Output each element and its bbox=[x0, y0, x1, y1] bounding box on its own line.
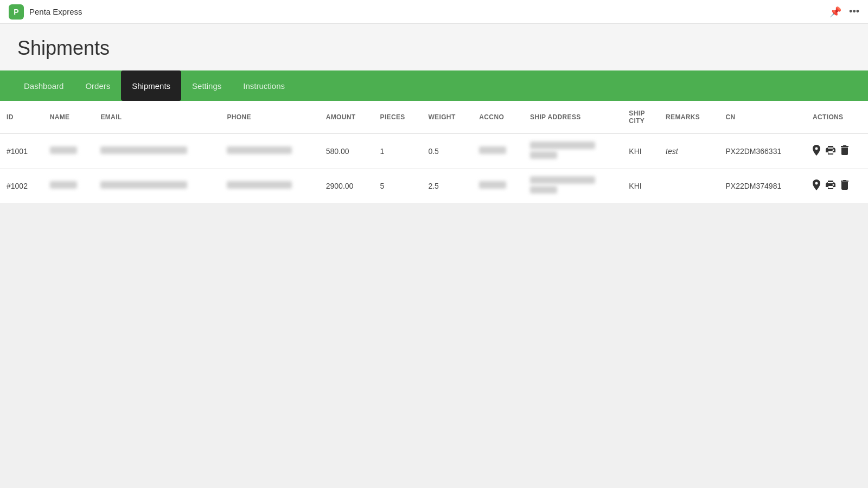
page-header: Shipments bbox=[0, 24, 868, 70]
row-2-actions bbox=[806, 169, 868, 203]
blurred-address bbox=[530, 176, 595, 184]
more-options-icon[interactable]: ••• bbox=[849, 6, 859, 17]
row-2-accno bbox=[473, 169, 524, 203]
row-1-phone bbox=[220, 134, 319, 169]
blurred-phone bbox=[227, 146, 292, 154]
row-2-id: #1002 bbox=[0, 169, 43, 203]
nav-bar: Dashboard Orders Shipments Settings Inst… bbox=[0, 70, 868, 101]
col-header-cn: CN bbox=[719, 101, 806, 134]
blurred-address bbox=[530, 142, 595, 149]
blurred-address-2 bbox=[530, 186, 557, 194]
col-header-phone: PHONE bbox=[220, 101, 319, 134]
row-2-ship-address bbox=[524, 169, 622, 203]
row-2-name bbox=[43, 169, 94, 203]
blurred-address-2 bbox=[530, 151, 557, 159]
blurred-email bbox=[100, 181, 187, 189]
row-1-ship-address bbox=[524, 134, 622, 169]
row-2-ship-city: KHI bbox=[622, 169, 659, 203]
col-header-pieces: PIECES bbox=[374, 101, 422, 134]
blurred-accno bbox=[479, 146, 506, 154]
blurred-name bbox=[50, 181, 77, 189]
print-icon[interactable] bbox=[826, 181, 835, 191]
row-1-email bbox=[94, 134, 220, 169]
row-1-actions-cell bbox=[813, 145, 861, 158]
row-1-pieces: 1 bbox=[374, 134, 422, 169]
col-header-id: ID bbox=[0, 101, 43, 134]
row-1-remarks: test bbox=[659, 134, 719, 169]
row-2-weight: 2.5 bbox=[422, 169, 473, 203]
nav-item-settings[interactable]: Settings bbox=[181, 70, 232, 101]
page-title: Shipments bbox=[17, 37, 851, 60]
row-2-amount: 2900.00 bbox=[320, 169, 374, 203]
location-icon[interactable] bbox=[813, 179, 820, 192]
col-header-weight: WEIGHT bbox=[422, 101, 473, 134]
top-bar-actions: 📌 ••• bbox=[829, 6, 859, 18]
shipments-table: ID NAME EMAIL PHONE AMOUNT PIECES WEIGHT… bbox=[0, 101, 868, 203]
table-row: #1002 2900.00 5 2.5 bbox=[0, 169, 868, 203]
nav-item-instructions[interactable]: Instructions bbox=[232, 70, 296, 101]
row-1-weight: 0.5 bbox=[422, 134, 473, 169]
delete-icon[interactable] bbox=[841, 145, 848, 157]
col-header-ship-city: SHIPCITY bbox=[622, 101, 659, 134]
blurred-phone bbox=[227, 181, 292, 189]
row-2-remarks bbox=[659, 169, 719, 203]
row-2-cn: PX22DM374981 bbox=[719, 169, 806, 203]
nav-item-dashboard[interactable]: Dashboard bbox=[13, 70, 74, 101]
blurred-accno bbox=[479, 181, 506, 189]
col-header-email: EMAIL bbox=[94, 101, 220, 134]
blurred-email bbox=[100, 146, 187, 154]
main-content: ID NAME EMAIL PHONE AMOUNT PIECES WEIGHT… bbox=[0, 101, 868, 203]
app-icon: P bbox=[9, 4, 24, 20]
table-header-row: ID NAME EMAIL PHONE AMOUNT PIECES WEIGHT… bbox=[0, 101, 868, 134]
col-header-ship-address: SHIP ADDRESS bbox=[524, 101, 622, 134]
col-header-amount: AMOUNT bbox=[320, 101, 374, 134]
col-header-actions: ACTIONS bbox=[806, 101, 868, 134]
blurred-name bbox=[50, 146, 77, 154]
row-1-cn: PX22DM366331 bbox=[719, 134, 806, 169]
row-1-accno bbox=[473, 134, 524, 169]
col-header-name: NAME bbox=[43, 101, 94, 134]
row-1-id: #1001 bbox=[0, 134, 43, 169]
row-1-actions bbox=[806, 134, 868, 169]
nav-item-shipments[interactable]: Shipments bbox=[121, 70, 181, 101]
table-row: #1001 580.00 1 0.5 bbox=[0, 134, 868, 169]
print-icon[interactable] bbox=[826, 146, 835, 157]
row-2-actions-cell bbox=[813, 179, 861, 192]
row-1-name bbox=[43, 134, 94, 169]
app-branding: P Penta Express bbox=[9, 4, 82, 20]
row-2-email bbox=[94, 169, 220, 203]
location-icon[interactable] bbox=[813, 145, 820, 158]
row-1-ship-city: KHI bbox=[622, 134, 659, 169]
delete-icon[interactable] bbox=[841, 180, 848, 192]
row-1-amount: 580.00 bbox=[320, 134, 374, 169]
col-header-accno: ACCNO bbox=[473, 101, 524, 134]
row-2-pieces: 5 bbox=[374, 169, 422, 203]
col-header-remarks: REMARKS bbox=[659, 101, 719, 134]
app-title: Penta Express bbox=[29, 7, 82, 16]
pin-icon[interactable]: 📌 bbox=[829, 6, 841, 18]
top-bar: P Penta Express 📌 ••• bbox=[0, 0, 868, 24]
row-2-phone bbox=[220, 169, 319, 203]
nav-item-orders[interactable]: Orders bbox=[74, 70, 121, 101]
